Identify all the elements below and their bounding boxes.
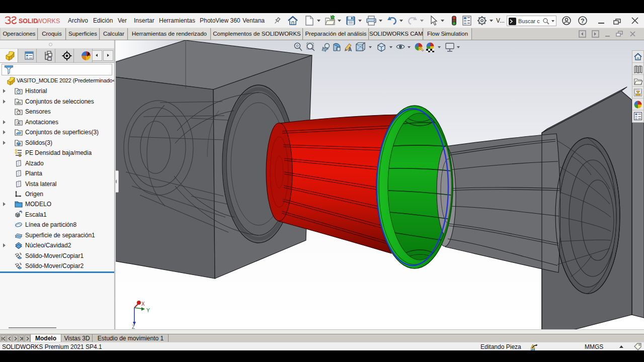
svg-text:X: X <box>141 301 145 307</box>
svg-text:Y: Y <box>146 308 150 313</box>
svg-text:A: A <box>18 121 20 125</box>
svg-text:WORKS: WORKS <box>36 18 60 25</box>
svg-text:Z: Z <box>132 324 135 329</box>
svg-text:A: A <box>348 47 352 52</box>
svg-text:?: ? <box>581 18 585 25</box>
svg-text:V...: V... <box>496 17 505 24</box>
svg-text:SOLID: SOLID <box>19 18 38 25</box>
